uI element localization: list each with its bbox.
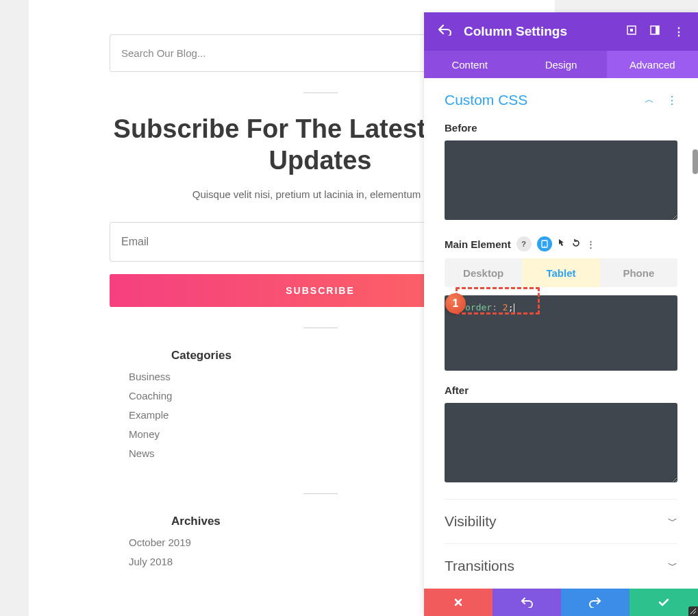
- settings-panel: Column Settings ⋮ Content Design Advance…: [424, 12, 698, 616]
- main-element-label: Main Element: [445, 238, 511, 250]
- tab-design[interactable]: Design: [515, 51, 606, 78]
- section-visibility[interactable]: Visibility ﹀: [445, 499, 677, 543]
- divider: [303, 93, 338, 93]
- more-icon[interactable]: ⋮: [586, 239, 595, 249]
- svg-point-5: [544, 245, 545, 247]
- panel-header: Column Settings ⋮: [424, 12, 698, 51]
- section-transitions[interactable]: Transitions ﹀: [445, 543, 677, 578]
- redo-button[interactable]: [561, 589, 630, 616]
- after-label: After: [445, 384, 677, 396]
- tab-advanced[interactable]: Advanced: [607, 51, 698, 78]
- header-toolbar: ⋮: [627, 25, 684, 38]
- hover-icon[interactable]: [558, 238, 566, 250]
- undo-button[interactable]: [493, 589, 561, 616]
- scrollbar[interactable]: [693, 149, 698, 174]
- device-tab-desktop[interactable]: Desktop: [445, 258, 522, 287]
- device-tabs: Desktop Tablet Phone: [445, 258, 677, 287]
- main-css-wrap: order: 2; 1: [445, 295, 677, 371]
- divider: [303, 493, 338, 494]
- code-colon: :: [492, 302, 497, 312]
- before-css-textarea[interactable]: [445, 140, 677, 220]
- panel-title: Column Settings: [464, 24, 614, 39]
- section-custom-css[interactable]: Custom CSS ︿ ⋮: [445, 92, 677, 108]
- before-label: Before: [445, 122, 677, 134]
- section-title: Transitions: [445, 558, 514, 574]
- resize-handle[interactable]: [688, 606, 698, 616]
- svg-rect-1: [630, 29, 633, 32]
- responsive-icon[interactable]: [537, 236, 552, 251]
- section-title: Custom CSS: [445, 92, 527, 108]
- snap-icon[interactable]: [650, 25, 660, 38]
- code-value: 2: [503, 302, 508, 312]
- chevron-up-icon[interactable]: ︿: [645, 94, 654, 106]
- panel-footer: [424, 589, 698, 616]
- save-button[interactable]: [630, 589, 698, 616]
- text-cursor: [514, 304, 514, 313]
- more-icon[interactable]: ⋮: [673, 25, 684, 38]
- chevron-down-icon: ﹀: [668, 560, 677, 572]
- panel-body: Custom CSS ︿ ⋮ Before Main Element ?: [424, 78, 698, 589]
- help-icon[interactable]: ?: [516, 236, 532, 251]
- svg-rect-3: [656, 26, 659, 34]
- tab-content[interactable]: Content: [424, 51, 515, 78]
- after-css-textarea[interactable]: [445, 403, 677, 482]
- section-title: Visibility: [445, 513, 496, 530]
- main-css-textarea[interactable]: order: 2;: [445, 295, 677, 371]
- divider: [303, 328, 338, 328]
- device-tab-tablet[interactable]: Tablet: [522, 258, 599, 287]
- code-semi: ;: [508, 302, 514, 312]
- tabs: Content Design Advanced: [424, 51, 698, 78]
- reset-icon[interactable]: [571, 238, 581, 250]
- back-icon[interactable]: [438, 25, 451, 39]
- cancel-button[interactable]: [424, 589, 493, 616]
- more-icon[interactable]: ⋮: [666, 94, 677, 107]
- fullscreen-icon[interactable]: [627, 25, 636, 38]
- code-property: order: [465, 302, 492, 312]
- chevron-down-icon: ﹀: [668, 515, 677, 528]
- device-tab-phone[interactable]: Phone: [600, 258, 677, 287]
